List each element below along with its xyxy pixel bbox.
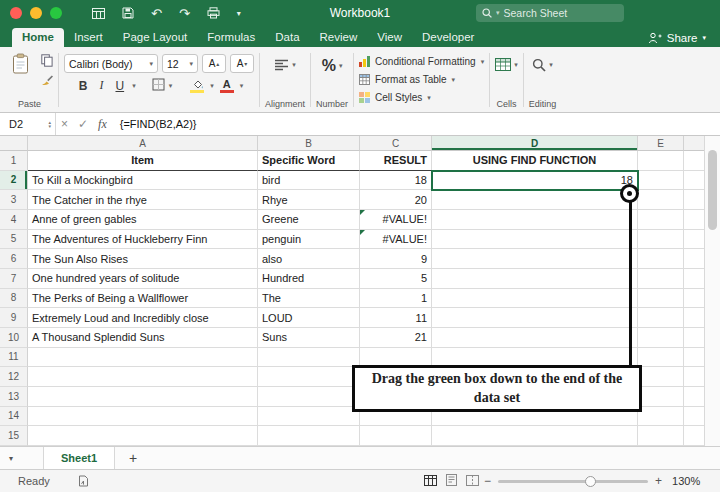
redo-icon[interactable]: ↷ [179, 5, 190, 21]
zoom-out-button[interactable]: − [484, 474, 491, 488]
toolbar-caret-icon[interactable]: ▾ [237, 5, 241, 21]
fill-color-caret-icon[interactable]: ▾ [210, 82, 214, 90]
search-field[interactable]: ▾ Search Sheet [476, 4, 624, 22]
cell-B8[interactable]: The [258, 289, 360, 309]
editing-button[interactable]: ▾ [532, 58, 553, 72]
share-button[interactable]: Share ▾ [648, 32, 706, 44]
cell-D4[interactable] [432, 210, 638, 230]
cell-E7[interactable] [638, 269, 684, 289]
cell-E8[interactable] [638, 289, 684, 309]
cell-A9[interactable]: Extremely Loud and Incredibly close [28, 308, 258, 328]
cell-C8[interactable]: 1 [360, 289, 432, 309]
row-header-5[interactable]: 5 [0, 230, 28, 250]
cells-button[interactable]: ▾ [495, 58, 518, 71]
alignment-button[interactable]: ▾ [274, 59, 296, 71]
font-color-button[interactable]: A [218, 79, 236, 93]
cell-E15[interactable] [638, 426, 684, 446]
row-header-14[interactable]: 14 [0, 407, 28, 427]
zoom-slider-thumb[interactable] [585, 476, 596, 487]
cell-D9[interactable] [432, 308, 638, 328]
cell-C1[interactable]: RESULT [360, 151, 432, 171]
vertical-scrollbar[interactable] [704, 136, 720, 446]
row-header-12[interactable]: 12 [0, 367, 28, 387]
page-break-view-button[interactable] [466, 475, 479, 488]
vertical-scrollbar-thumb[interactable] [708, 150, 717, 230]
conditional-formatting-button[interactable]: Conditional Formatting▾ [359, 54, 484, 69]
cell-D5[interactable] [432, 230, 638, 250]
row-header-7[interactable]: 7 [0, 269, 28, 289]
cell-D6[interactable] [432, 249, 638, 269]
cell-A12[interactable] [28, 367, 258, 387]
paste-button[interactable] [6, 51, 35, 76]
cancel-entry-icon[interactable]: × [56, 117, 73, 131]
row-header-15[interactable]: 15 [0, 426, 28, 446]
row-header-1[interactable]: 1 [0, 151, 28, 171]
font-color-caret-icon[interactable]: ▾ [240, 82, 244, 90]
cell-B3[interactable]: Rhye [258, 190, 360, 210]
cell-E10[interactable] [638, 328, 684, 348]
cell-C9[interactable]: 11 [360, 308, 432, 328]
format-painter-icon[interactable] [41, 74, 53, 88]
tab-page-layout[interactable]: Page Layout [113, 28, 198, 47]
cell-C15[interactable] [360, 426, 432, 446]
save-icon[interactable] [122, 5, 134, 21]
cell-B13[interactable] [258, 387, 360, 407]
tab-data[interactable]: Data [265, 28, 309, 47]
tab-formulas[interactable]: Formulas [197, 28, 265, 47]
column-header-A[interactable]: A [28, 136, 258, 151]
cell-D8[interactable] [432, 289, 638, 309]
cell-B5[interactable]: penguin [258, 230, 360, 250]
sheet-tab-sheet1[interactable]: Sheet1 [43, 447, 115, 469]
cell-D7[interactable] [432, 269, 638, 289]
cell-E1[interactable] [638, 151, 684, 171]
copy-icon[interactable] [41, 54, 53, 69]
tab-view[interactable]: View [367, 28, 412, 47]
cell-A15[interactable] [28, 426, 258, 446]
cell-B10[interactable]: Suns [258, 328, 360, 348]
cell-B9[interactable]: LOUD [258, 308, 360, 328]
cell-A7[interactable]: One hundred years of solitude [28, 269, 258, 289]
cell-C6[interactable]: 9 [360, 249, 432, 269]
row-header-3[interactable]: 3 [0, 190, 28, 210]
number-format-button[interactable]: % ▾ [322, 57, 343, 75]
tab-home[interactable]: Home [12, 28, 64, 47]
cell-E12[interactable] [638, 367, 684, 387]
cell-B6[interactable]: also [258, 249, 360, 269]
column-header-D[interactable]: D [432, 136, 638, 151]
row-header-2[interactable]: 2 [0, 171, 28, 191]
zoom-window-button[interactable] [50, 7, 62, 19]
italic-button[interactable]: I [95, 78, 107, 93]
cell-A14[interactable] [28, 407, 258, 427]
cell-D10[interactable] [432, 328, 638, 348]
format-as-table-button[interactable]: Format as Table▾ [359, 72, 455, 87]
cell-C7[interactable]: 5 [360, 269, 432, 289]
column-header-E[interactable]: E [638, 136, 684, 151]
cell-A6[interactable]: The Sun Also Rises [28, 249, 258, 269]
cell-B11[interactable] [258, 348, 360, 368]
cell-E5[interactable] [638, 230, 684, 250]
select-all-button[interactable] [0, 136, 28, 151]
page-layout-view-button[interactable] [446, 474, 457, 488]
cell-C4[interactable]: #VALUE! [360, 210, 432, 230]
close-window-button[interactable] [10, 7, 22, 19]
row-header-9[interactable]: 9 [0, 308, 28, 328]
sheet-list-icon[interactable]: ▾ [9, 454, 13, 463]
column-header-C[interactable]: C [360, 136, 432, 151]
cell-C3[interactable]: 20 [360, 190, 432, 210]
tab-insert[interactable]: Insert [64, 28, 113, 47]
cell-E2[interactable] [638, 171, 684, 191]
cell-E3[interactable] [638, 190, 684, 210]
font-size-select[interactable]: 12▾ [162, 54, 198, 73]
cell-A4[interactable]: Anne of green gables [28, 210, 258, 230]
row-header-4[interactable]: 4 [0, 210, 28, 230]
bold-button[interactable]: B [75, 79, 92, 93]
insert-function-icon[interactable]: fx [93, 117, 112, 132]
print-icon[interactable] [207, 5, 220, 21]
confirm-entry-icon[interactable]: ✓ [73, 117, 93, 131]
row-header-6[interactable]: 6 [0, 249, 28, 269]
cell-D3[interactable] [432, 190, 638, 210]
name-box[interactable]: D2 ▴▾ [0, 113, 56, 135]
zoom-slider[interactable] [498, 480, 648, 483]
formula-input[interactable]: {=FIND(B2,A2)} [120, 118, 197, 130]
status-indicator-icon[interactable] [78, 475, 89, 487]
